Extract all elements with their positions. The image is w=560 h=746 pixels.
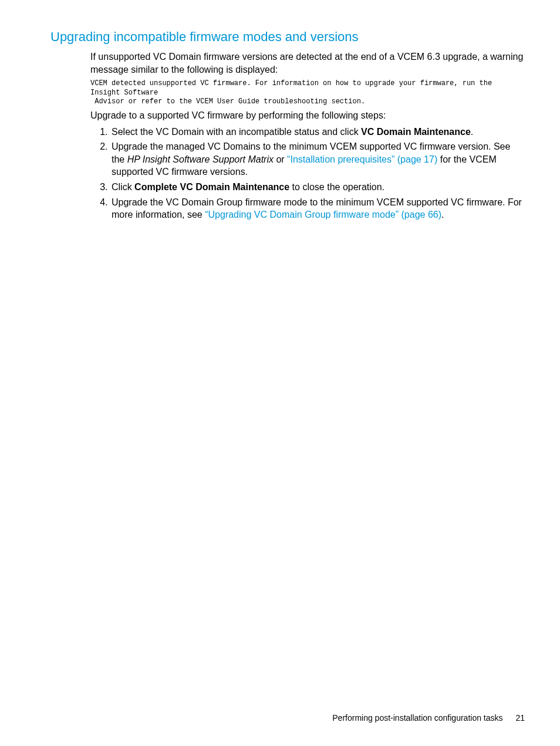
step-1-text: Select the VC Domain with an incompatibl… [112,127,361,137]
steps-list: Select the VC Domain with an incompatibl… [90,126,525,221]
step-2-italic: HP Insight Software Support Matrix [127,154,274,164]
step-1: Select the VC Domain with an incompatibl… [110,126,525,139]
code-message: VCEM detected unsupported VC firmware. F… [90,79,525,107]
page-number: 21 [515,713,525,723]
upgrade-instruction: Upgrade to a supported VC firmware by pe… [90,109,525,122]
step-3-text-a: Click [112,182,134,192]
page-footer: Performing post-installation configurati… [332,713,525,723]
step-2: Upgrade the managed VC Domains to the mi… [110,140,525,178]
section-heading: Upgrading incompatible firmware modes an… [50,29,525,45]
step-3: Click Complete VC Domain Maintenance to … [110,181,525,194]
body-content: If unsupported VC Domain firmware versio… [90,50,525,221]
step-2-link[interactable]: “Installation prerequisites” (page 17) [287,154,437,164]
step-2-text-b: or [274,154,287,164]
footer-text: Performing post-installation configurati… [332,713,502,723]
document-page: Upgrading incompatible firmware modes an… [0,0,560,746]
step-1-tail: . [471,127,473,137]
step-4-link[interactable]: “Upgrading VC Domain Group firmware mode… [205,210,441,220]
intro-paragraph: If unsupported VC Domain firmware versio… [90,50,525,76]
step-4: Upgrade the VC Domain Group firmware mod… [110,196,525,221]
step-4-text-b: . [441,210,444,220]
step-1-bold: VC Domain Maintenance [361,127,471,137]
step-3-bold: Complete VC Domain Maintenance [134,182,289,192]
step-3-text-b: to close the operation. [289,182,384,192]
